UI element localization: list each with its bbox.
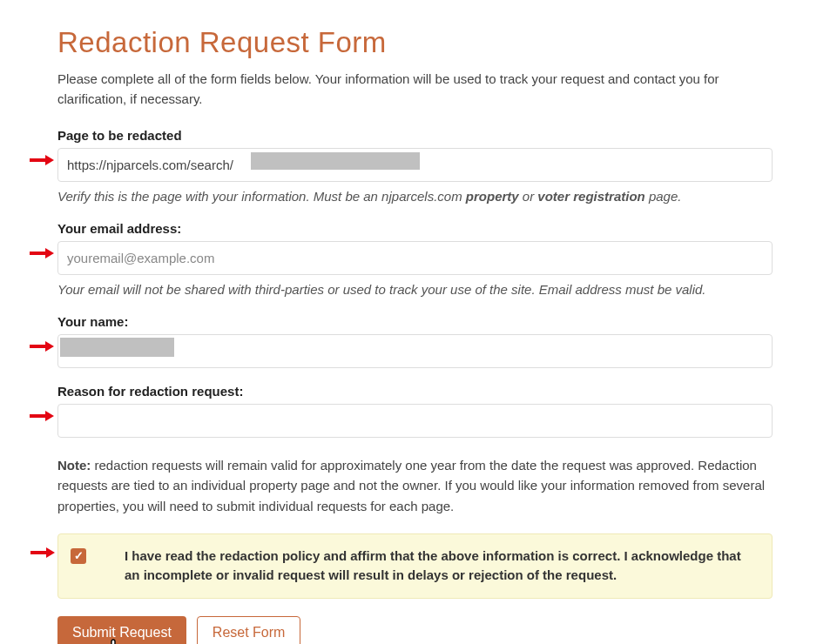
arrow-icon	[30, 410, 54, 422]
reason-field-group: Reason for redaction request:	[57, 384, 773, 438]
affirmation-text: I have read the redaction policy and aff…	[125, 547, 758, 586]
email-field-label: Your email address:	[57, 221, 773, 236]
email-field-group: Your email address: Your email will not …	[57, 221, 773, 299]
name-field-group: Your name:	[57, 314, 773, 368]
name-field-label: Your name:	[57, 314, 773, 329]
reason-field-input[interactable]	[57, 404, 773, 438]
affirmation-checkbox[interactable]: ✓	[71, 548, 86, 564]
button-row: Submit Request Reset Form	[57, 616, 773, 644]
email-field-input[interactable]	[57, 241, 773, 275]
page-title: Redaction Request Form	[57, 26, 773, 59]
page-field-group: Page to be redacted Verify this is the p…	[57, 128, 773, 205]
name-field-input[interactable]	[57, 334, 773, 368]
arrow-icon	[30, 547, 55, 559]
note-text: Note: redaction requests will remain val…	[57, 455, 773, 516]
arrow-icon	[30, 340, 54, 352]
reason-field-label: Reason for redaction request:	[57, 384, 773, 399]
page-field-label: Page to be redacted	[57, 128, 773, 143]
page-field-input[interactable]	[57, 148, 773, 182]
submit-button[interactable]: Submit Request	[57, 616, 186, 644]
arrow-icon	[30, 247, 54, 259]
arrow-icon	[30, 154, 54, 166]
reset-button[interactable]: Reset Form	[197, 616, 301, 644]
page-field-help: Verify this is the page with your inform…	[57, 187, 773, 205]
email-field-help: Your email will not be shared with third…	[57, 280, 773, 299]
affirmation-box: ✓ I have read the redaction policy and a…	[57, 533, 773, 599]
intro-text: Please complete all of the form fields b…	[57, 70, 773, 109]
